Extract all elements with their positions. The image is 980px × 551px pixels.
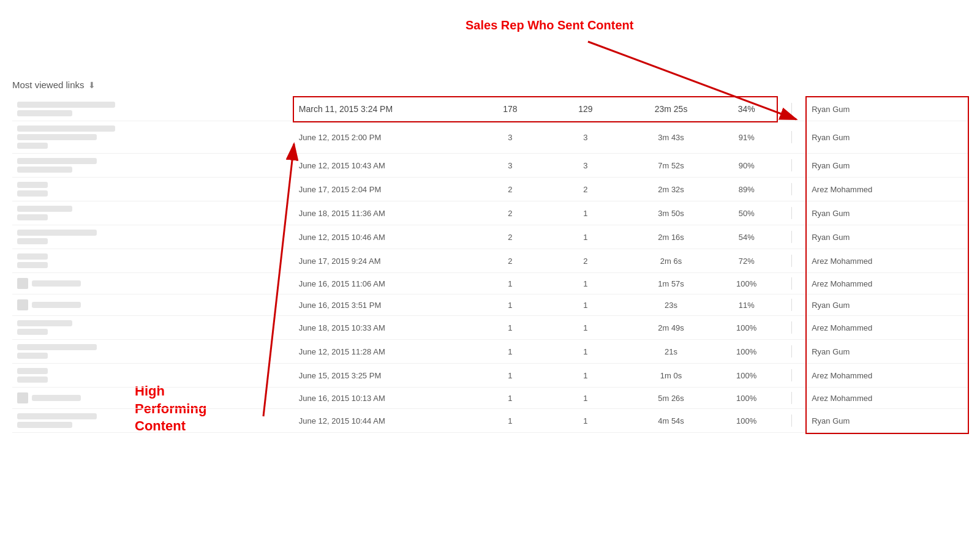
pct-cell: 91% bbox=[716, 121, 777, 154]
rep-cell: Ryan Gum bbox=[807, 121, 968, 154]
table-row: June 12, 2015 2:00 PM333m 43s91%Ryan Gum bbox=[12, 121, 968, 154]
time-cell: 4m 54s bbox=[626, 409, 717, 433]
content-cell bbox=[12, 388, 294, 409]
content-cell bbox=[12, 273, 294, 294]
content-cell bbox=[12, 201, 294, 225]
gap-cell bbox=[777, 316, 807, 340]
visitors-cell: 3 bbox=[545, 121, 625, 154]
table-row: June 16, 2015 11:06 AM111m 57s100%Arez M… bbox=[12, 273, 968, 294]
time-cell: 2m 6s bbox=[626, 249, 717, 273]
views-cell: 1 bbox=[475, 388, 545, 409]
rep-cell: Ryan Gum bbox=[807, 154, 968, 178]
gap-cell bbox=[777, 201, 807, 225]
gap-cell bbox=[777, 364, 807, 388]
views-cell: 3 bbox=[475, 154, 545, 178]
time-cell: 3m 50s bbox=[626, 201, 717, 225]
download-icon[interactable]: ⬇ bbox=[88, 80, 96, 90]
pct-cell: 72% bbox=[716, 249, 777, 273]
pct-cell: 100% bbox=[716, 340, 777, 364]
views-cell: 2 bbox=[475, 225, 545, 249]
time-cell: 1m 57s bbox=[626, 273, 717, 294]
pct-cell: 100% bbox=[716, 364, 777, 388]
table-row: June 12, 2015 10:46 AM212m 16s54%Ryan Gu… bbox=[12, 225, 968, 249]
views-cell: 2 bbox=[475, 178, 545, 201]
rep-cell: Ryan Gum bbox=[807, 294, 968, 316]
table-wrapper: March 11, 2015 3:24 PM17812923m 25s34%Ry… bbox=[12, 97, 968, 433]
date-cell: June 16, 2015 10:13 AM bbox=[294, 388, 475, 409]
visitors-cell: 1 bbox=[545, 225, 625, 249]
time-cell: 23m 25s bbox=[626, 97, 717, 121]
time-cell: 21s bbox=[626, 340, 717, 364]
pct-cell: 100% bbox=[716, 316, 777, 340]
content-cell bbox=[12, 340, 294, 364]
date-cell: June 15, 2015 3:25 PM bbox=[294, 364, 475, 388]
views-cell: 2 bbox=[475, 249, 545, 273]
rep-cell: Arez Mohammed bbox=[807, 273, 968, 294]
visitors-cell: 2 bbox=[545, 249, 625, 273]
data-table: March 11, 2015 3:24 PM17812923m 25s34%Ry… bbox=[12, 97, 968, 433]
views-cell: 1 bbox=[475, 316, 545, 340]
views-cell: 1 bbox=[475, 294, 545, 316]
gap-cell bbox=[777, 409, 807, 433]
pct-cell: 50% bbox=[716, 201, 777, 225]
views-cell: 1 bbox=[475, 273, 545, 294]
gap-cell bbox=[777, 97, 807, 121]
time-cell: 5m 26s bbox=[626, 388, 717, 409]
visitors-cell: 2 bbox=[545, 178, 625, 201]
rep-cell: Arez Mohammed bbox=[807, 364, 968, 388]
gap-cell bbox=[777, 294, 807, 316]
date-cell: June 12, 2015 10:44 AM bbox=[294, 409, 475, 433]
views-cell: 1 bbox=[475, 364, 545, 388]
rep-cell: Arez Mohammed bbox=[807, 249, 968, 273]
table-row: June 12, 2015 10:43 AM337m 52s90%Ryan Gu… bbox=[12, 154, 968, 178]
table-row: June 17, 2015 2:04 PM222m 32s89%Arez Moh… bbox=[12, 178, 968, 201]
rep-cell: Ryan Gum bbox=[807, 97, 968, 121]
table-row: June 18, 2015 11:36 AM213m 50s50%Ryan Gu… bbox=[12, 201, 968, 225]
rep-cell: Arez Mohammed bbox=[807, 316, 968, 340]
date-cell: June 12, 2015 11:28 AM bbox=[294, 340, 475, 364]
time-cell: 2m 32s bbox=[626, 178, 717, 201]
date-cell: June 16, 2015 3:51 PM bbox=[294, 294, 475, 316]
page-container: Sales Rep Who Sent Content High Performi… bbox=[0, 0, 980, 551]
visitors-cell: 1 bbox=[545, 388, 625, 409]
views-cell: 3 bbox=[475, 121, 545, 154]
date-cell: June 12, 2015 2:00 PM bbox=[294, 121, 475, 154]
gap-cell bbox=[777, 121, 807, 154]
gap-cell bbox=[777, 225, 807, 249]
rep-cell: Ryan Gum bbox=[807, 340, 968, 364]
pct-cell: 100% bbox=[716, 409, 777, 433]
visitors-cell: 1 bbox=[545, 201, 625, 225]
section-title-text: Most viewed links bbox=[12, 80, 85, 90]
pct-cell: 100% bbox=[716, 388, 777, 409]
visitors-cell: 1 bbox=[545, 409, 625, 433]
views-cell: 1 bbox=[475, 409, 545, 433]
gap-cell bbox=[777, 388, 807, 409]
time-cell: 2m 49s bbox=[626, 316, 717, 340]
time-cell: 23s bbox=[626, 294, 717, 316]
section-title: Most viewed links ⬇ bbox=[12, 80, 968, 90]
table-section: Most viewed links ⬇ March 11, 2015 3:24 … bbox=[12, 80, 968, 433]
pct-cell: 90% bbox=[716, 154, 777, 178]
pct-cell: 34% bbox=[716, 97, 777, 121]
gap-cell bbox=[777, 249, 807, 273]
visitors-cell: 1 bbox=[545, 340, 625, 364]
gap-cell bbox=[777, 340, 807, 364]
content-cell bbox=[12, 121, 294, 154]
table-row: June 12, 2015 10:44 AM114m 54s100%Ryan G… bbox=[12, 409, 968, 433]
table-row: June 17, 2015 9:24 AM222m 6s72%Arez Moha… bbox=[12, 249, 968, 273]
rep-cell: Ryan Gum bbox=[807, 201, 968, 225]
rep-cell: Arez Mohammed bbox=[807, 178, 968, 201]
table-row: June 15, 2015 3:25 PM111m 0s100%Arez Moh… bbox=[12, 364, 968, 388]
content-cell bbox=[12, 154, 294, 178]
visitors-cell: 129 bbox=[545, 97, 625, 121]
table-row: June 16, 2015 3:51 PM1123s11%Ryan Gum bbox=[12, 294, 968, 316]
time-cell: 7m 52s bbox=[626, 154, 717, 178]
table-row: June 16, 2015 10:13 AM115m 26s100%Arez M… bbox=[12, 388, 968, 409]
gap-cell bbox=[777, 273, 807, 294]
annotation-sales-rep: Sales Rep Who Sent Content bbox=[466, 18, 633, 32]
date-cell: June 18, 2015 11:36 AM bbox=[294, 201, 475, 225]
pct-cell: 11% bbox=[716, 294, 777, 316]
content-cell bbox=[12, 97, 294, 121]
views-cell: 2 bbox=[475, 201, 545, 225]
table-row: June 12, 2015 11:28 AM1121s100%Ryan Gum bbox=[12, 340, 968, 364]
